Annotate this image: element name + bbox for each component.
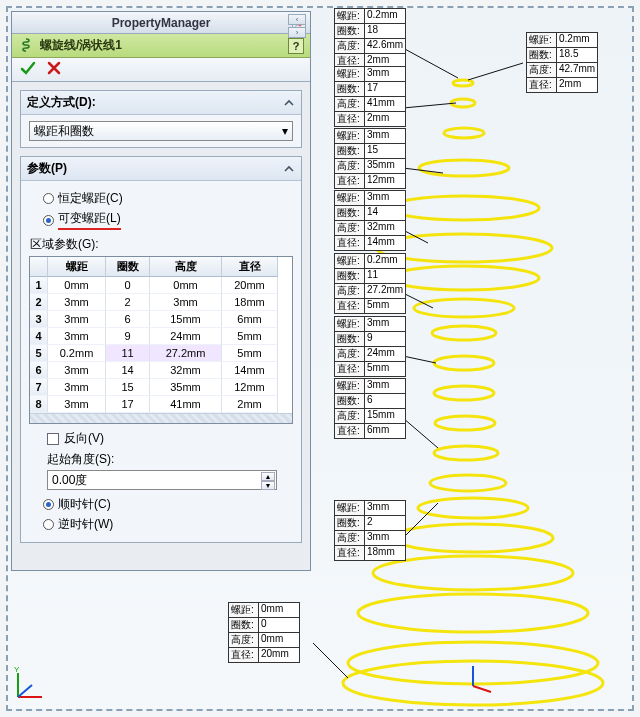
chevron-down-icon: ▾ — [282, 124, 288, 138]
svg-line-22 — [403, 103, 456, 108]
svg-point-12 — [414, 299, 514, 317]
radio-icon — [43, 193, 54, 204]
table-row[interactable]: 10mm00mm20mm — [30, 277, 292, 294]
property-manager-panel: PropertyManager 📌 ‹› 螺旋线/涡状线1 ? 定义方式(D): — [11, 11, 311, 571]
svg-point-2 — [358, 594, 588, 632]
helix-icon — [18, 38, 34, 54]
col-pitch: 螺距 — [48, 257, 106, 277]
table-row[interactable]: 83mm1741mm2mm — [30, 396, 292, 413]
dimension-callout[interactable]: 螺距:0mm 圈数:0 高度:0mm 直径:20mm — [228, 602, 300, 663]
radio-ccw[interactable]: 逆时针(W) — [43, 516, 293, 533]
svg-line-29 — [313, 643, 348, 678]
col-dia: 直径 — [222, 257, 278, 277]
section-params: 参数(P) 恒定螺距(C) 可变螺距(L) 区域参数(G): 螺距 — [20, 156, 302, 543]
define-title: 定义方式(D): — [27, 94, 96, 111]
table-row[interactable]: 50.2mm1127.2mm5mm — [30, 345, 292, 362]
svg-line-28 — [403, 503, 438, 538]
radio-icon — [43, 499, 54, 510]
dimension-callout[interactable]: 螺距:3mm 圈数:2 高度:3mm 直径:18mm — [334, 500, 406, 561]
axis-triad-icon: Y — [12, 665, 50, 703]
start-angle-label: 起始角度(S): — [47, 451, 293, 468]
panel-titlebar: PropertyManager 📌 — [12, 12, 310, 34]
svg-point-15 — [389, 196, 539, 220]
svg-point-7 — [434, 446, 498, 460]
help-icon[interactable]: ? — [288, 38, 304, 54]
dimension-callout[interactable]: 螺距:3mm 圈数:6 高度:15mm 直径:6mm — [334, 378, 406, 439]
table-row[interactable]: 73mm1535mm12mm — [30, 379, 292, 396]
checkbox-icon — [47, 433, 59, 445]
col-revs: 圈数 — [106, 257, 150, 277]
region-params-table[interactable]: 螺距 圈数 高度 直径 10mm00mm20mm23mm23mm18mm33mm… — [29, 256, 293, 424]
panel-handle[interactable]: ‹› — [288, 14, 306, 38]
radio-variable-pitch[interactable]: 可变螺距(L) — [43, 210, 293, 230]
table-row[interactable]: 63mm1432mm14mm — [30, 362, 292, 379]
region-params-label: 区域参数(G): — [30, 236, 293, 253]
chevron-up-icon[interactable] — [283, 97, 295, 109]
svg-point-10 — [434, 356, 494, 370]
dimension-callout[interactable]: 螺距:3mm 圈数:9 高度:24mm 直径:5mm — [334, 316, 406, 377]
dimension-callout[interactable]: 螺距:0.2mm 圈数:11 高度:27.2mm 直径:5mm — [334, 253, 406, 314]
ok-button[interactable] — [20, 60, 36, 80]
dimension-callout[interactable]: 螺距:0.2mm 圈数:18 高度:42.6mm 直径:2mm — [334, 8, 406, 69]
feature-bar: 螺旋线/涡状线1 ? — [12, 34, 310, 58]
svg-point-5 — [418, 498, 528, 518]
table-row[interactable]: 23mm23mm18mm — [30, 294, 292, 311]
radio-constant-pitch[interactable]: 恒定螺距(C) — [43, 190, 293, 207]
dimension-callout[interactable]: 螺距:3mm 圈数:15 高度:35mm 直径:12mm — [334, 128, 406, 189]
table-scroll-hint — [30, 413, 292, 423]
svg-point-16 — [419, 160, 509, 176]
dimension-callout[interactable]: 螺距:3mm 圈数:17 高度:41mm 直径:2mm — [334, 66, 406, 127]
radio-icon — [43, 215, 54, 226]
radio-icon — [43, 519, 54, 530]
svg-text:Y: Y — [14, 665, 20, 674]
svg-point-9 — [434, 386, 494, 400]
panel-title: PropertyManager — [112, 16, 211, 30]
section-define: 定义方式(D): 螺距和圈数 ▾ — [20, 90, 302, 148]
table-row[interactable]: 33mm615mm6mm — [30, 311, 292, 328]
action-bar — [12, 58, 310, 82]
svg-point-13 — [389, 266, 539, 290]
combo-value: 螺距和圈数 — [34, 123, 94, 140]
svg-point-11 — [432, 326, 496, 340]
svg-line-26 — [403, 356, 436, 363]
cancel-button[interactable] — [46, 60, 62, 80]
params-title: 参数(P) — [27, 160, 67, 177]
table-row[interactable]: 43mm924mm5mm — [30, 328, 292, 345]
chevron-up-icon[interactable] — [283, 163, 295, 175]
svg-point-17 — [444, 128, 484, 138]
svg-line-27 — [403, 418, 438, 448]
svg-point-19 — [453, 80, 473, 86]
svg-line-35 — [18, 685, 32, 697]
dimension-callout[interactable]: 螺距:3mm 圈数:14 高度:32mm 直径:14mm — [334, 190, 406, 251]
define-method-combo[interactable]: 螺距和圈数 ▾ — [29, 121, 293, 141]
svg-point-4 — [393, 524, 553, 552]
spinner[interactable]: ▲▼ — [261, 472, 275, 488]
svg-line-20 — [403, 48, 458, 78]
svg-line-21 — [468, 63, 523, 80]
dimension-callout[interactable]: 螺距:0.2mm 圈数:18.5 高度:42.7mm 直径:2mm — [526, 32, 598, 93]
col-height: 高度 — [150, 257, 222, 277]
feature-name: 螺旋线/涡状线1 — [40, 37, 122, 54]
svg-point-3 — [373, 556, 573, 590]
col-index — [30, 257, 48, 277]
reverse-checkbox[interactable]: 反向(V) — [47, 430, 293, 447]
svg-point-6 — [430, 475, 506, 491]
radio-cw[interactable]: 顺时针(C) — [43, 496, 293, 513]
start-angle-input[interactable]: 0.00度 ▲▼ — [47, 470, 277, 490]
svg-line-31 — [473, 686, 491, 692]
svg-point-8 — [435, 416, 495, 430]
